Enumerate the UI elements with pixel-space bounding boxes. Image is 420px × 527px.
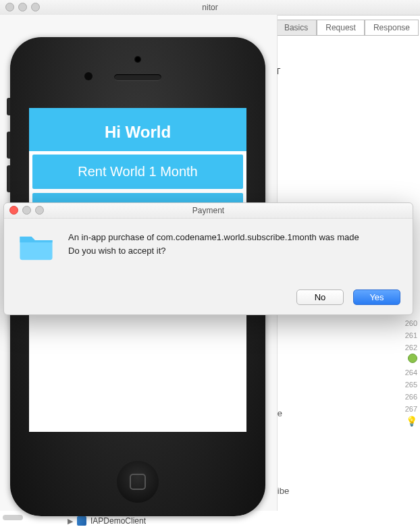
- dialog-title: Payment: [192, 206, 224, 215]
- rent-1-month-button[interactable]: Rent World 1 Month: [32, 155, 243, 189]
- gutter-line: 267: [389, 403, 417, 415]
- app-title: Hi World: [29, 108, 246, 151]
- zoom-icon[interactable]: [35, 206, 44, 215]
- close-icon[interactable]: [5, 3, 14, 11]
- traffic-lights-dialog[interactable]: [9, 206, 44, 215]
- ok-badge-icon: [408, 354, 417, 363]
- volume-down: [7, 165, 10, 192]
- dialog-line1: An in-app purchase of com.codename1.worl…: [68, 231, 359, 244]
- dialog-message: An in-app purchase of com.codename1.worl…: [68, 231, 359, 261]
- earpiece-icon: [114, 74, 161, 81]
- gutter-line: 266: [389, 391, 417, 403]
- close-icon[interactable]: [9, 206, 18, 215]
- tab-basics[interactable]: Basics: [275, 20, 317, 36]
- zoom-icon[interactable]: [31, 3, 40, 11]
- dialog-titlebar: Payment: [4, 203, 413, 219]
- gutter-badge: [389, 354, 417, 366]
- monitor-title: nitor: [202, 3, 217, 12]
- gutter-line: 265: [389, 379, 417, 391]
- mute-switch: [7, 98, 10, 115]
- monitor-tabs: Basics Request Response: [275, 20, 419, 36]
- home-button[interactable]: [117, 461, 159, 503]
- no-button[interactable]: No: [296, 289, 344, 305]
- yes-button[interactable]: Yes: [353, 289, 400, 305]
- payment-dialog: Payment An in-app purchase of com.codena…: [3, 202, 413, 315]
- folder-icon: [18, 231, 55, 261]
- gutter-line: 264: [389, 366, 417, 379]
- traffic-lights-monitor[interactable]: [5, 3, 40, 11]
- dialog-buttons: No Yes: [296, 289, 400, 305]
- front-camera-icon: [134, 56, 141, 63]
- gutter-line: 260: [389, 317, 417, 329]
- tab-response[interactable]: Response: [365, 20, 419, 36]
- volume-up: [7, 132, 10, 159]
- sensor-icon: [84, 72, 93, 80]
- project-icon: [77, 516, 86, 526]
- minimize-icon[interactable]: [18, 3, 27, 11]
- tab-request[interactable]: Request: [317, 20, 365, 36]
- gutter-bulb[interactable]: 💡: [389, 415, 417, 427]
- project-breadcrumb[interactable]: ▶ IAPDemoClient: [68, 516, 146, 526]
- monitor-titlebar: nitor: [0, 0, 420, 16]
- minimize-icon[interactable]: [22, 206, 31, 215]
- horizontal-scrollbar[interactable]: [3, 515, 23, 520]
- gutter-line: 262: [389, 341, 417, 354]
- project-name: IAPDemoClient: [90, 516, 146, 526]
- chevron-right-icon: ▶: [68, 517, 73, 526]
- gutter-line: 261: [389, 329, 417, 341]
- dialog-content: An in-app purchase of com.codename1.worl…: [4, 219, 413, 261]
- dialog-line2: Do you wish to accept it?: [68, 244, 359, 258]
- line-gutter: 260 261 262 264 265 266 267 💡: [389, 317, 420, 427]
